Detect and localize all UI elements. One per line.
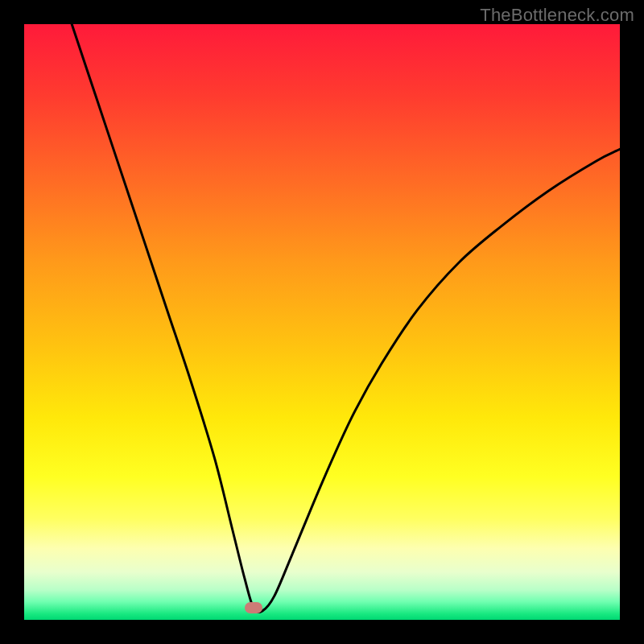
chart-frame: TheBottleneck.com [0,0,644,644]
bottleneck-curve [24,24,620,620]
optimal-marker [245,602,262,613]
watermark-text: TheBottleneck.com [480,5,634,26]
plot-area [24,24,620,620]
